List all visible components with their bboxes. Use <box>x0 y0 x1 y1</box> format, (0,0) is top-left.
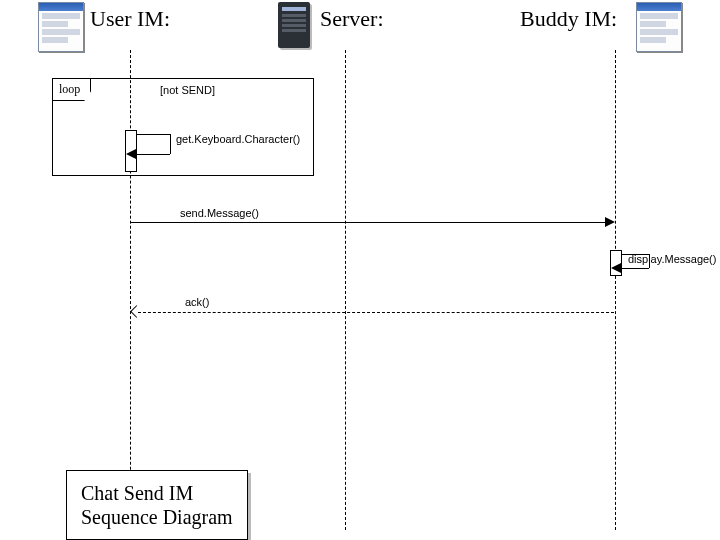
self-msg-return <box>136 154 170 155</box>
msg-display-message: display.Message() <box>628 253 716 265</box>
buddy-im-window-icon <box>636 2 682 52</box>
loop-operator-label: loop <box>52 78 91 101</box>
diagram-title-line1: Chat Send IM <box>81 481 233 505</box>
arrow-ack-head <box>130 305 143 318</box>
arrow-ack <box>138 312 614 313</box>
lifeline-server <box>345 50 346 530</box>
self-msg-out <box>136 134 170 135</box>
user-im-window-icon <box>38 2 84 52</box>
msg-get-keyboard: get.Keyboard.Character() <box>176 133 300 145</box>
diagram-title-box: Chat Send IM Sequence Diagram <box>66 470 248 540</box>
loop-guard: [not SEND] <box>160 84 215 96</box>
sequence-diagram: User IM: Server: Buddy IM: loop [not SEN… <box>0 0 720 540</box>
msg-send-message: send.Message() <box>180 207 259 219</box>
diagram-title-line2: Sequence Diagram <box>81 505 233 529</box>
self-msg-arrowhead <box>126 149 136 159</box>
server-icon <box>278 2 310 48</box>
arrow-send-message-head <box>605 217 615 227</box>
self-msg-down <box>170 134 171 154</box>
participant-buddy-label: Buddy IM: <box>520 6 617 32</box>
display-arrowhead <box>611 263 621 273</box>
display-back <box>621 268 649 269</box>
lifeline-buddy <box>615 50 616 530</box>
participant-user-label: User IM: <box>90 6 170 32</box>
arrow-send-message <box>131 222 609 223</box>
msg-ack: ack() <box>185 296 209 308</box>
participant-server-label: Server: <box>320 6 384 32</box>
